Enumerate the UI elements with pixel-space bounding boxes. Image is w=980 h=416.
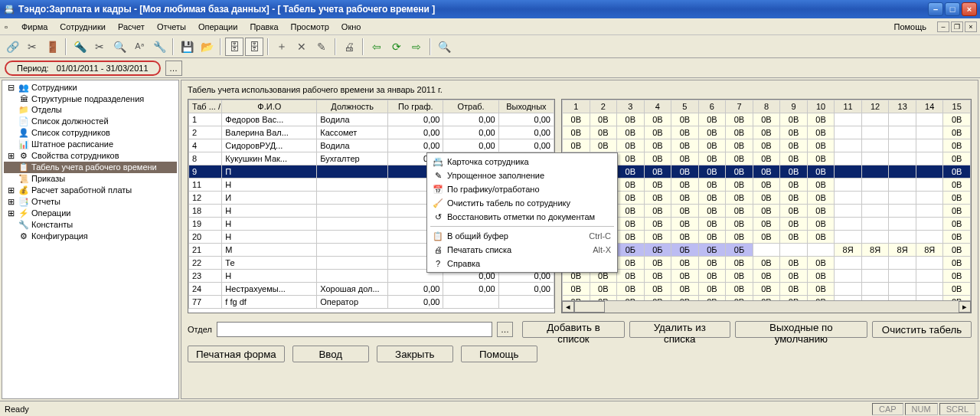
minimize-button[interactable]: –	[928, 2, 943, 16]
h-scrollbar[interactable]: ◂ ▸	[562, 300, 971, 313]
menu-firma[interactable]: Фирма	[15, 21, 54, 33]
scroll-left-icon[interactable]: ◂	[562, 301, 574, 313]
mdi-min[interactable]: –	[937, 21, 949, 32]
menu-sotrudniki[interactable]: Сотрудники	[54, 21, 112, 33]
print-form-button[interactable]: Печатная форма	[188, 346, 285, 362]
day-header[interactable]: 3	[617, 100, 645, 113]
menu-help[interactable]: Помощь	[888, 21, 933, 33]
nav-tree[interactable]: ⊟👥Сотрудники🏛Структурные подразделения📁О…	[2, 80, 179, 399]
col-header[interactable]: Таб ... /	[189, 100, 222, 113]
day-header[interactable]: 15	[943, 100, 971, 113]
tool-find-icon[interactable]: 🔍	[110, 38, 129, 56]
table-row[interactable]: 4СидоровРУД...Водила0,000,000,00	[189, 139, 554, 152]
tool-zoom-icon[interactable]: 🔍	[435, 38, 453, 56]
timesheet-grid[interactable]: 1234567891011121314150В0В0В0В0В0В0В0В0В0…	[561, 99, 972, 313]
menu-operacii[interactable]: Операции	[192, 21, 243, 33]
menu-okno[interactable]: Окно	[335, 21, 368, 33]
tree-node[interactable]: 📁Отделы	[4, 104, 177, 116]
table-row[interactable]: 24Нестрахуемы...Хорошая дол...0,000,000,…	[189, 283, 554, 296]
tree-node[interactable]: ⊞⚙Свойства сотрудников	[4, 150, 177, 162]
col-header[interactable]: По граф.	[388, 100, 443, 113]
tree-node[interactable]: ⊞💰Расчет заработной платы	[4, 185, 177, 196]
menu-otchety[interactable]: Отчеты	[151, 21, 192, 33]
tool-edit-icon[interactable]: ✎	[312, 38, 331, 56]
tree-node[interactable]: 📊Штатное расписание	[4, 139, 177, 150]
context-menu-item[interactable]: 📅По графику/отработано	[429, 182, 616, 196]
close-button[interactable]: ×	[962, 2, 977, 16]
tool-3-icon[interactable]: 🚪	[43, 38, 61, 56]
context-menu-item[interactable]: 📇Карточка сотрудника	[429, 155, 616, 169]
context-menu-item[interactable]: ?Справка	[429, 257, 616, 270]
col-header[interactable]: Выходных	[498, 100, 554, 113]
maximize-button[interactable]: □	[945, 2, 960, 16]
time-row[interactable]: 0В0В0В0В0В0В0В0В0В0В0В	[563, 218, 971, 231]
col-header[interactable]: Отраб.	[443, 100, 498, 113]
time-row[interactable]: 0В0В0В0В0В0В0В0В0В0В0В	[563, 205, 971, 218]
day-header[interactable]: 7	[726, 100, 753, 113]
period-picker-button[interactable]: …	[165, 61, 182, 76]
table-row[interactable]: 2Валерина Вал...Кассомет0,000,000,00	[189, 126, 554, 139]
context-menu-item[interactable]: ↺Восстановить отметки по документам	[429, 210, 616, 224]
tree-node[interactable]: 🔧Константы	[4, 219, 177, 231]
add-to-list-button[interactable]: Добавить в список	[522, 321, 624, 338]
dept-picker-button[interactable]: …	[497, 322, 513, 337]
mdi-close[interactable]: ×	[965, 21, 977, 32]
day-header[interactable]: 4	[644, 100, 671, 113]
time-row[interactable]: 0В0В0В0В0В0В0В0В0В0В0В	[563, 152, 971, 165]
tree-node[interactable]: 📋Табель учета рабочего времени	[4, 162, 177, 173]
tree-node[interactable]: ⊟👥Сотрудники	[4, 82, 177, 93]
tool-search-icon[interactable]: 🔦	[70, 38, 89, 56]
col-header[interactable]: Должность	[317, 100, 388, 113]
day-header[interactable]: 9	[780, 100, 808, 113]
tree-node[interactable]: ⊞⚡Операции	[4, 208, 177, 219]
time-row[interactable]: 0В0В0В0В0В0В0В0В0В0В0В	[563, 270, 971, 283]
tree-node[interactable]: 🏛Структурные подразделения	[4, 93, 177, 104]
default-weekends-button[interactable]: Выходные по умолчанию	[735, 321, 867, 338]
time-row[interactable]: 0В0В0В0В0В0В0В0В0В0В0В	[563, 126, 971, 139]
tree-node[interactable]: 📜Приказы	[4, 173, 177, 185]
tool-print-icon[interactable]: 🖨	[340, 38, 358, 56]
table-row[interactable]: 77f fg dfОператор0,00	[189, 296, 554, 309]
day-header[interactable]: 11	[835, 100, 862, 113]
day-header[interactable]: 13	[889, 100, 916, 113]
day-header[interactable]: 12	[861, 100, 889, 113]
scroll-thumb[interactable]	[574, 301, 605, 313]
context-menu-item[interactable]: ✎Упрощенное заполнение	[429, 169, 616, 182]
help-button[interactable]: Помощь	[461, 346, 537, 362]
col-header[interactable]: Ф.И.О	[222, 100, 317, 113]
day-header[interactable]: 8	[753, 100, 780, 113]
time-row[interactable]: 0В0В0В0В0В0В0В0В0В0В0В	[563, 192, 971, 205]
tree-node[interactable]: ⚙Конфигурация	[4, 231, 177, 242]
day-header[interactable]: 5	[671, 100, 699, 113]
time-row[interactable]: 0В0В0В0В0В0В0В0В0В0В0В	[563, 257, 971, 270]
tool-save-icon[interactable]: 💾	[178, 38, 196, 56]
tree-node[interactable]: 👤Список сотрудников	[4, 127, 177, 139]
app-ctrl-icon[interactable]: ▫	[3, 22, 15, 31]
tool-fwd-icon[interactable]: ⇨	[407, 38, 426, 56]
remove-from-list-button[interactable]: Удалить из списка	[629, 321, 730, 338]
menu-raschet[interactable]: Расчет	[112, 21, 151, 33]
day-header[interactable]: 2	[590, 100, 617, 113]
tool-1-icon[interactable]: 🔗	[3, 38, 21, 56]
time-row[interactable]: 0Б0Б0Б0Б0Б0Б0Б8Я8Я8Я8Я0В	[563, 244, 971, 257]
tool-back-icon[interactable]: ⇦	[368, 38, 386, 56]
time-row[interactable]: 0В0В0В0В0В0В0В0В0В0В0В	[563, 179, 971, 192]
context-menu-item[interactable]: 🖨Печатать спискаAlt-X	[429, 243, 616, 257]
tool-db2-icon[interactable]: 🗄	[245, 38, 263, 56]
context-menu-item[interactable]: 📋В общий буферCtrl-C	[429, 229, 616, 243]
tool-open-icon[interactable]: 📂	[198, 38, 216, 56]
day-header[interactable]: 1	[563, 100, 590, 113]
enter-button[interactable]: Ввод	[292, 346, 369, 362]
table-row[interactable]: 1Федоров Вас...Водила0,000,000,00	[189, 113, 554, 126]
time-row[interactable]: 0В0В0В0В0В0В0В0В0В0В0В	[563, 283, 971, 296]
close-form-button[interactable]: Закрыть	[377, 346, 453, 362]
mdi-restore[interactable]: ❐	[951, 21, 963, 32]
tool-font-icon[interactable]: Aᵃ	[130, 38, 149, 56]
tool-db1-icon[interactable]: 🗄	[225, 38, 243, 56]
tool-refresh-icon[interactable]: ⟳	[387, 38, 406, 56]
tool-2-icon[interactable]: ✂	[23, 38, 41, 56]
time-row[interactable]: 0В0В0В0В0В0В0В0В0В0В0В	[563, 231, 971, 244]
day-header[interactable]: 14	[916, 100, 943, 113]
time-row[interactable]: 0В0В0В0В0В0В0В0В0В0В0В	[563, 165, 971, 179]
scroll-right-icon[interactable]: ▸	[959, 301, 971, 313]
